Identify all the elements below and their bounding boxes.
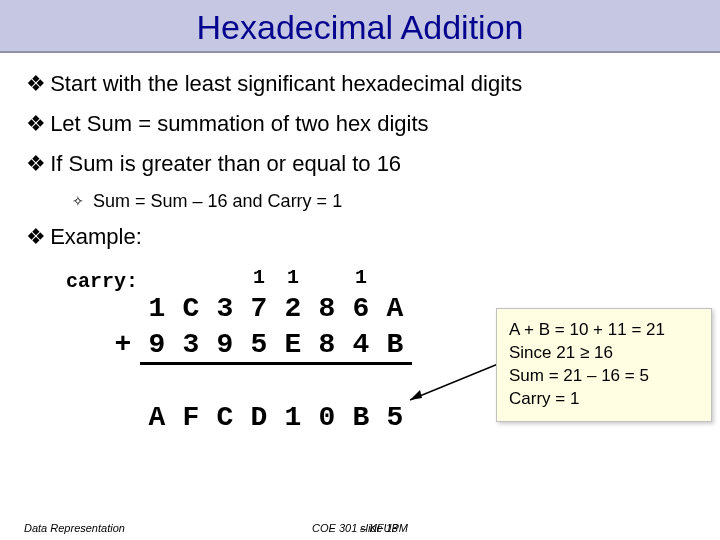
worked-example: carry: 1 1 1 1 C 3 xyxy=(26,264,694,494)
carry-cell: 1 xyxy=(344,264,378,290)
digit-cell: 3 xyxy=(208,290,242,326)
digit-cell: 0 xyxy=(310,400,344,436)
explain-line-4: Carry = 1 xyxy=(509,388,699,411)
digit-cell: B xyxy=(378,326,412,364)
digit-cell: E xyxy=(276,326,310,364)
carry-cell: 1 xyxy=(276,264,310,290)
digit-cell: 8 xyxy=(310,326,344,364)
carry-cell xyxy=(208,264,242,290)
digit-cell: 1 xyxy=(276,400,310,436)
operand-row-1: 1 C 3 7 2 8 6 A xyxy=(106,290,412,326)
bullet-2-text: Let Sum = summation of two hex digits xyxy=(50,111,428,136)
digit-cell: F xyxy=(174,400,208,436)
digit-cell: 5 xyxy=(242,326,276,364)
bullet-4: ❖ Example: xyxy=(26,224,694,250)
digit-cell: 9 xyxy=(208,326,242,364)
digit-cell: B xyxy=(344,400,378,436)
bullet-1: ❖ Start with the least significant hexad… xyxy=(26,71,694,97)
division-line xyxy=(140,364,412,400)
slide-content: ❖ Start with the least significant hexad… xyxy=(0,53,720,494)
arrow-icon xyxy=(398,364,508,424)
bullet-3-sub-text: Sum = Sum – 16 and Carry = 1 xyxy=(93,191,342,211)
svg-line-0 xyxy=(410,364,498,400)
digit-cell: A xyxy=(140,400,174,436)
svg-marker-1 xyxy=(410,390,422,400)
digit-cell: D xyxy=(242,400,276,436)
digit-cell: 3 xyxy=(174,326,208,364)
explain-line-2: Since 21 ≥ 16 xyxy=(509,342,699,365)
digit-cell: 8 xyxy=(310,290,344,326)
result-row: A F C D 1 0 B 5 xyxy=(106,400,412,436)
digit-cell: C xyxy=(174,290,208,326)
bullet-1-text: Start with the least significant hexadec… xyxy=(50,71,522,96)
digit-cell: 4 xyxy=(344,326,378,364)
digit-cell: 9 xyxy=(140,326,174,364)
addition-table-wrap: 1 1 1 1 C 3 7 2 8 6 A xyxy=(106,264,412,436)
carry-cell xyxy=(310,264,344,290)
operand-row-2: + 9 3 9 5 E 8 4 B xyxy=(106,326,412,364)
digit-cell: 7 xyxy=(242,290,276,326)
bullet-3-text: If Sum is greater than or equal to 16 xyxy=(50,151,401,176)
carry-cell: 1 xyxy=(242,264,276,290)
explain-line-1: A + B = 10 + 11 = 21 xyxy=(509,319,699,342)
footer-slide-number: slide 13 xyxy=(360,522,398,534)
bullet-4-text: Example: xyxy=(50,224,142,249)
bullet-3: ❖ If Sum is greater than or equal to 16 xyxy=(26,151,694,177)
bullet-icon: ❖ xyxy=(26,224,40,250)
bullet-icon: ❖ xyxy=(26,151,40,177)
sub-bullet-icon: ✧ xyxy=(72,193,84,209)
carry-cell xyxy=(378,264,412,290)
carry-cell xyxy=(140,264,174,290)
plus-sign: + xyxy=(106,326,140,364)
bullet-2: ❖ Let Sum = summation of two hex digits xyxy=(26,111,694,137)
slide-title: Hexadecimal Addition xyxy=(0,8,720,47)
title-bar: Hexadecimal Addition xyxy=(0,0,720,53)
explain-line-3: Sum = 21 – 16 = 5 xyxy=(509,365,699,388)
digit-cell: A xyxy=(378,290,412,326)
carry-cell xyxy=(174,264,208,290)
digit-cell: 2 xyxy=(276,290,310,326)
hex-addition-table: 1 1 1 1 C 3 7 2 8 6 A xyxy=(106,264,412,436)
digit-cell: C xyxy=(208,400,242,436)
digit-cell: 1 xyxy=(140,290,174,326)
bullet-icon: ❖ xyxy=(26,111,40,137)
bullet-icon: ❖ xyxy=(26,71,40,97)
digit-cell: 6 xyxy=(344,290,378,326)
explanation-box: A + B = 10 + 11 = 21 Since 21 ≥ 16 Sum =… xyxy=(496,308,712,422)
carry-row: 1 1 1 xyxy=(106,264,412,290)
bullet-3-sub: ✧ Sum = Sum – 16 and Carry = 1 xyxy=(72,191,694,212)
